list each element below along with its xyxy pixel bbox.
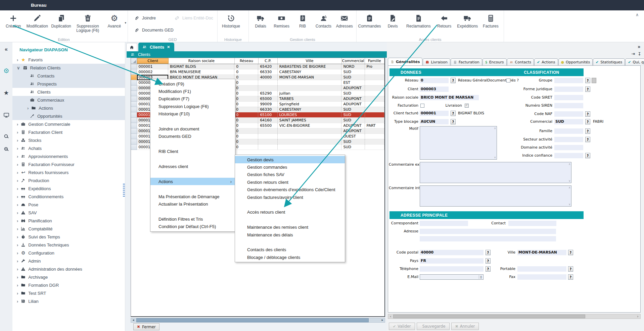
context-menu-item[interactable]: Adresses client (150, 163, 235, 170)
context-menu-item[interactable] (150, 140, 235, 148)
context-menu-item[interactable]: Condition par Défaut (Ctrl-F5) (150, 223, 235, 230)
ribbon-button[interactable]: Modification (25, 12, 49, 29)
domaine-activite-field[interactable] (554, 145, 583, 150)
fax-help-button[interactable]: ? (568, 274, 573, 280)
sidebar-item[interactable]: ›SAV (12, 209, 125, 217)
code-naf-field[interactable] (554, 111, 583, 117)
sidebar-item[interactable]: ›Expéditions (12, 184, 125, 192)
context-menu-item[interactable] (150, 118, 235, 125)
panel-tab[interactable]: ●Opportunités (558, 58, 593, 66)
context-menu-item[interactable]: Ma Présentation de Démarrage (150, 193, 235, 200)
menubar-tab[interactable]: Bureau (19, 0, 74, 10)
column-header-raison-sociale[interactable]: Raison sociale (169, 58, 235, 64)
chevron-icon[interactable]: › (17, 202, 18, 207)
close-icon[interactable]: ✕ (167, 45, 170, 49)
table-row[interactable]: 000001BIGMAT BLOIS065420RABASTENS DE BIG… (131, 64, 384, 69)
panel-tab[interactable]: $Encours (482, 58, 507, 66)
row-header[interactable] (131, 145, 137, 150)
telephone-field[interactable] (420, 266, 484, 272)
clients-tab[interactable]: Clients✕ (138, 43, 174, 51)
table-row[interactable]: 000002BPA MENUISERIE066330CABESTANYSUD (131, 69, 384, 75)
submenu-item[interactable]: Maintenance des délais (235, 231, 345, 238)
famille-help-button[interactable]: ? (585, 128, 590, 134)
chevron-icon[interactable]: › (17, 57, 18, 62)
sidebar-item[interactable]: ›Suivi des Temps (12, 233, 125, 241)
ribbon-button[interactable]: ⚙Avancé▾ (102, 12, 126, 29)
column-header-commercial[interactable]: Commercial (342, 58, 365, 64)
sidebar-item[interactable]: ›Planification (12, 217, 125, 225)
context-menu-item[interactable]: Duplication (F7) (150, 95, 235, 103)
context-menu-item[interactable] (150, 208, 235, 215)
context-menu-item[interactable]: Actualiser la Présentation (150, 200, 235, 208)
column-header-reseau[interactable]: Réseau (235, 58, 259, 64)
chevron-icon[interactable]: › (17, 146, 18, 151)
submenu-item[interactable]: Gestion factures/avoirs client (235, 194, 345, 201)
row-header[interactable] (131, 69, 137, 75)
chevron-icon[interactable]: › (17, 234, 18, 239)
ribbon-button[interactable]: Duplication (49, 12, 73, 29)
reseau-field[interactable]: 0 (420, 78, 449, 83)
context-menu-item[interactable]: Modification (F1) (150, 88, 235, 95)
portable-field[interactable] (517, 266, 566, 272)
chevron-icon[interactable]: › (17, 186, 18, 191)
pays-field[interactable]: FR (420, 258, 484, 264)
row-header[interactable] (131, 107, 137, 112)
dock-down-icon[interactable]: ↧ (638, 51, 641, 56)
groupe-field[interactable] (554, 78, 583, 83)
sidebar-item[interactable]: ›Facturation Fournisseur (12, 160, 125, 168)
panel-tab[interactable]: Contacts (507, 58, 534, 66)
row-header[interactable] (131, 139, 137, 145)
row-header[interactable] (131, 128, 137, 134)
sidebar-item[interactable]: ›Production (12, 176, 125, 184)
chevrons-left-icon[interactable]: « (5, 46, 8, 52)
client-facture-field[interactable]: 000001 (420, 111, 449, 116)
chevron-icon[interactable]: › (17, 138, 18, 143)
context-menu-item[interactable]: Joindre un document (150, 125, 235, 132)
chevron-icon[interactable]: › (17, 130, 18, 135)
submenu-item[interactable]: Gestion retours client (235, 178, 345, 186)
chevron-icon[interactable]: › (17, 162, 18, 167)
sidebar-item[interactable]: ›Approvisionnements (12, 152, 125, 160)
ville-help-button[interactable]: ? (568, 250, 573, 255)
famille-field[interactable] (554, 128, 583, 134)
joindre-button[interactable]: Joindre (134, 13, 174, 23)
panel-tab[interactable]: ✔Actions (534, 58, 558, 66)
sidebar-item[interactable]: ›Actions (12, 104, 125, 112)
submenu-item[interactable] (235, 238, 345, 246)
type-blocage-help-button[interactable]: ? (451, 119, 456, 124)
chevron-icon[interactable]: › (17, 194, 18, 199)
portable-help-button[interactable]: ? (568, 266, 573, 272)
column-header-cp[interactable]: C.P. (259, 58, 278, 64)
chevron-icon[interactable]: › (17, 283, 18, 288)
email-field[interactable]: ▲▼ (420, 274, 484, 280)
client-field[interactable]: 000003 (420, 87, 449, 92)
chevron-icon[interactable]: › (17, 178, 18, 183)
sidebar-item[interactable]: ›Conditionnements (12, 192, 125, 201)
context-menu-item[interactable] (150, 185, 235, 192)
secteur-activite-field[interactable] (554, 137, 583, 142)
sidebar-item[interactable]: ›Achats (12, 144, 125, 152)
submenu-item[interactable]: Maintenance des remises client (235, 224, 345, 231)
sidebar-item[interactable]: Prospects (12, 80, 125, 88)
sidebar-item[interactable]: Commerciaux (12, 96, 125, 104)
column-header-client[interactable]: Client (137, 58, 168, 64)
commentaire-int-textarea[interactable]: ∧∨ (420, 185, 571, 207)
code-postal-field[interactable]: 40000 (420, 250, 484, 255)
submenu-item[interactable] (235, 216, 345, 223)
sidebar-item[interactable]: ›Administration des données (12, 265, 125, 273)
chevrons-right-icon[interactable]: » (638, 44, 640, 49)
ribbon-button[interactable]: Adresses (334, 12, 355, 29)
row-header[interactable] (131, 96, 137, 102)
numero-siren-field[interactable] (554, 103, 583, 108)
ribbon-button[interactable]: Suppression Logique (F6) (73, 12, 102, 33)
panel-tab[interactable]: Facturation (451, 58, 482, 66)
ribbon-button[interactable]: Commandes (358, 12, 381, 29)
sidebar-item[interactable]: ›★Favoris (12, 56, 125, 64)
groupe-extra-button[interactable] (592, 78, 596, 83)
sidebar-item[interactable]: ›Facturation Client (12, 128, 125, 136)
sidebar-item[interactable]: ›Gestion Commerciale (12, 120, 125, 128)
submenu-item[interactable]: Accès retours client (235, 209, 345, 216)
submenu-item[interactable] (235, 201, 345, 208)
chevron-icon[interactable]: › (17, 154, 18, 159)
chevron-icon[interactable]: › (17, 226, 18, 231)
